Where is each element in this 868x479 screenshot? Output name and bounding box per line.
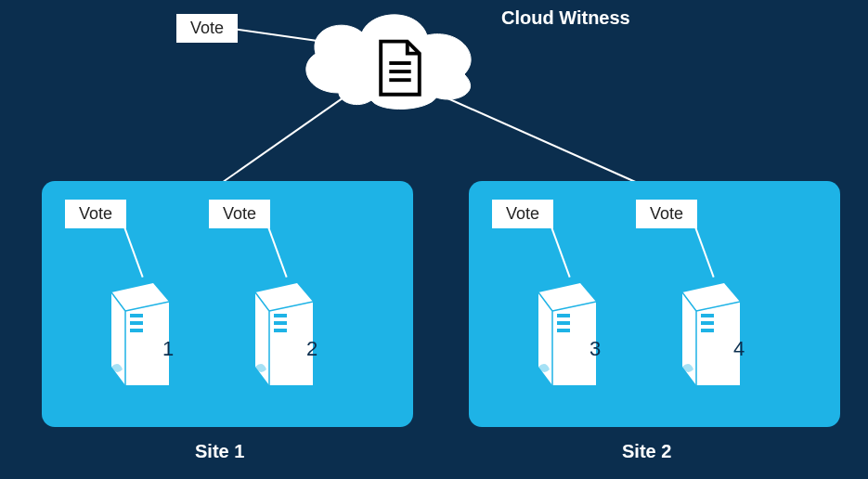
site-2-label: Site 2 — [622, 441, 671, 462]
server-4-vote: Vote — [636, 200, 697, 228]
server-2-number: 2 — [306, 337, 317, 361]
svg-rect-14 — [701, 329, 714, 332]
svg-rect-6 — [274, 314, 287, 317]
server-2 — [246, 278, 320, 390]
svg-rect-12 — [701, 314, 714, 317]
document-icon — [376, 39, 424, 95]
cloud-witness-title: Cloud Witness — [501, 7, 630, 29]
svg-rect-10 — [557, 321, 570, 325]
cloud-vote-label: Vote — [176, 14, 238, 43]
server-1-vote: Vote — [65, 200, 126, 228]
connector-line — [427, 88, 648, 188]
server-2-vote: Vote — [209, 200, 270, 228]
server-3-vote: Vote — [492, 200, 553, 228]
server-1 — [102, 278, 176, 390]
svg-rect-5 — [130, 329, 143, 332]
server-4 — [673, 278, 747, 390]
svg-rect-4 — [130, 321, 143, 325]
svg-rect-11 — [557, 329, 570, 332]
svg-rect-7 — [274, 321, 287, 325]
svg-rect-8 — [274, 329, 287, 332]
svg-rect-3 — [130, 314, 143, 317]
svg-rect-9 — [557, 314, 570, 317]
site-1-label: Site 1 — [195, 441, 244, 462]
server-1-number: 1 — [162, 337, 174, 361]
server-4-number: 4 — [733, 337, 745, 361]
server-3-number: 3 — [589, 337, 601, 361]
server-3 — [529, 278, 603, 390]
svg-rect-13 — [701, 321, 714, 325]
